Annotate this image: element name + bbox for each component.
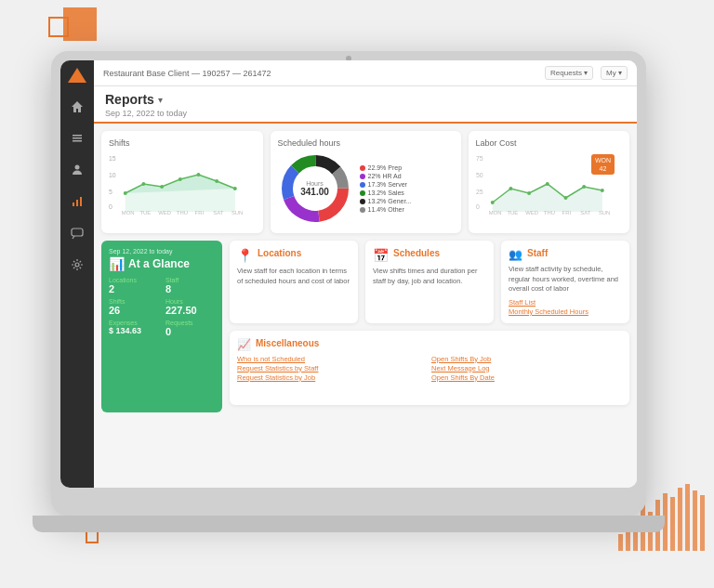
svg-point-45 bbox=[545, 182, 549, 186]
sidebar-logo bbox=[68, 68, 86, 83]
hours-total: 341.00 bbox=[300, 187, 329, 197]
schedules-desc: View shifts times and duration per staff… bbox=[373, 267, 486, 286]
legend-label-other: 11.4% Other bbox=[368, 206, 404, 213]
legend-item-sales: 13.2% Sales bbox=[360, 189, 412, 196]
glance-stats: Locations 2 Staff 8 Shifts 26 bbox=[109, 277, 215, 337]
svg-text:75: 75 bbox=[476, 155, 483, 162]
svg-text:FRI: FRI bbox=[562, 210, 571, 216]
staff-icon: 👥 bbox=[509, 248, 522, 261]
locations-icon: 📍 bbox=[237, 248, 253, 263]
legend-label-general: 13.2% Gener... bbox=[368, 198, 412, 204]
legend-item-general: 13.2% Gener... bbox=[360, 198, 412, 204]
sidebar-item-messages[interactable] bbox=[64, 220, 90, 246]
svg-text:WED: WED bbox=[158, 210, 171, 216]
monthly-hours-link[interactable]: Monthly Scheduled Hours bbox=[509, 307, 622, 316]
glance-stat-staff-label: Staff 8 bbox=[165, 277, 215, 294]
miscellaneous-card: 📈 Miscellaneous Who is not Scheduled Ope… bbox=[230, 331, 629, 405]
svg-text:MON: MON bbox=[488, 210, 501, 216]
app-container: Restaurant Base Client — 190257 — 261472… bbox=[60, 60, 637, 488]
glance-value-expenses: $ 134.63 bbox=[109, 326, 158, 335]
svg-point-43 bbox=[509, 187, 512, 190]
svg-point-20 bbox=[197, 173, 201, 176]
glance-title: At a Glance bbox=[128, 257, 190, 270]
svg-rect-3 bbox=[73, 140, 82, 142]
sidebar-item-reports[interactable] bbox=[64, 189, 90, 215]
glance-stat-expenses: Expenses $ 134.63 bbox=[109, 320, 158, 337]
glance-label-staff: Staff bbox=[165, 277, 215, 283]
glance-label-expenses: Expenses bbox=[109, 320, 158, 326]
svg-text:10: 10 bbox=[109, 172, 116, 178]
staff-header: 👥 Staff bbox=[509, 248, 622, 261]
svg-rect-2 bbox=[73, 137, 82, 139]
svg-text:5: 5 bbox=[109, 189, 112, 195]
decorative-orange-square-outline bbox=[48, 17, 69, 37]
misc-links: Who is not Scheduled Open Shifts By Job … bbox=[237, 355, 622, 382]
svg-point-48 bbox=[600, 189, 603, 192]
open-shifts-job-link[interactable]: Open Shifts By Job bbox=[431, 355, 622, 363]
not-scheduled-link[interactable]: Who is not Scheduled bbox=[237, 355, 428, 363]
legend-dot-hr bbox=[360, 174, 365, 179]
svg-point-22 bbox=[233, 187, 237, 190]
schedules-title: Schedules bbox=[393, 248, 440, 258]
at-a-glance-card: Sep 12, 2022 to today 📊 At a Glance Loca… bbox=[101, 241, 222, 412]
req-stats-job-link[interactable]: Request Statistics by Job bbox=[237, 373, 428, 382]
glance-value-requests: 0 bbox=[165, 326, 215, 337]
glance-value-staff: 8 bbox=[165, 283, 215, 294]
scheduled-hours-title: Scheduled hours bbox=[278, 138, 454, 148]
msg-log-link[interactable]: Next Message Log bbox=[431, 364, 622, 372]
legend-dot-other bbox=[360, 207, 365, 213]
hours-label: Hours bbox=[300, 180, 329, 187]
top-bar-title: Restaurant Base Client — 190257 — 261472 bbox=[103, 69, 271, 78]
glance-icon: 📊 bbox=[109, 256, 125, 271]
bottom-section: Sep 12, 2022 to today 📊 At a Glance Loca… bbox=[101, 241, 629, 412]
staff-list-link[interactable]: Staff List bbox=[509, 298, 622, 307]
shifts-chart-title: Shifts bbox=[109, 138, 256, 148]
svg-point-9 bbox=[75, 263, 79, 267]
misc-title: Miscellaneous bbox=[256, 338, 319, 348]
svg-text:SUN: SUN bbox=[598, 210, 609, 216]
laptop-screen: Restaurant Base Client — 190257 — 261472… bbox=[60, 60, 637, 488]
glance-title-row: 📊 At a Glance bbox=[109, 256, 215, 271]
svg-text:SAT: SAT bbox=[580, 210, 590, 216]
legend-item-server: 17.3% Server bbox=[360, 181, 412, 188]
reports-dropdown-icon[interactable]: ▾ bbox=[158, 95, 163, 105]
staff-links: Staff List Monthly Scheduled Hours bbox=[509, 298, 622, 316]
legend-dot-general bbox=[360, 199, 365, 204]
locations-header: 📍 Locations bbox=[237, 248, 350, 263]
svg-text:THU: THU bbox=[177, 210, 188, 216]
svg-point-42 bbox=[490, 201, 494, 204]
legend-item-other: 11.4% Other bbox=[360, 206, 412, 213]
misc-header: 📈 Miscellaneous bbox=[237, 338, 622, 351]
svg-point-46 bbox=[563, 196, 567, 200]
legend-label-hr: 22% HR Ad bbox=[368, 173, 402, 179]
svg-text:25: 25 bbox=[476, 189, 483, 195]
labor-cost-title: Labor Cost bbox=[476, 138, 623, 148]
laptop-shell: Restaurant Base Client — 190257 — 261472… bbox=[51, 51, 646, 516]
req-stats-staff-link[interactable]: Request Statistics by Staff bbox=[237, 364, 428, 372]
svg-point-44 bbox=[527, 191, 531, 195]
donut-center-label: Hours 341.00 bbox=[300, 180, 329, 197]
sidebar-item-staff[interactable] bbox=[64, 157, 90, 183]
my-button[interactable]: My ▾ bbox=[601, 66, 628, 80]
staff-title: Staff bbox=[527, 248, 548, 258]
svg-point-16 bbox=[124, 191, 127, 195]
requests-button[interactable]: Requests ▾ bbox=[545, 66, 593, 80]
schedules-card: 📅 Schedules View shifts times and durati… bbox=[365, 241, 494, 323]
sidebar-item-settings[interactable] bbox=[64, 252, 90, 278]
glance-stat-locations-label: Locations 2 bbox=[109, 277, 158, 294]
open-shifts-date-link[interactable]: Open Shifts By Date bbox=[431, 373, 622, 382]
glance-stat-requests: Requests 0 bbox=[165, 320, 215, 337]
svg-text:15: 15 bbox=[109, 155, 116, 162]
svg-point-21 bbox=[215, 179, 218, 183]
info-cards-grid: 📍 Locations View staff for each location… bbox=[230, 241, 629, 412]
top-bar: Restaurant Base Client — 190257 — 261472… bbox=[94, 60, 637, 86]
legend-label-server: 17.3% Server bbox=[368, 181, 407, 188]
page-title-row: Reports ▾ bbox=[105, 92, 626, 107]
legend-dot-prep bbox=[360, 165, 365, 171]
svg-text:WED: WED bbox=[525, 210, 538, 216]
sidebar-item-list[interactable] bbox=[64, 125, 90, 151]
staff-desc: View staff activity by schedule, regular… bbox=[509, 265, 622, 294]
sidebar-item-home[interactable] bbox=[64, 94, 90, 120]
svg-marker-41 bbox=[492, 184, 602, 212]
svg-rect-6 bbox=[76, 200, 78, 206]
